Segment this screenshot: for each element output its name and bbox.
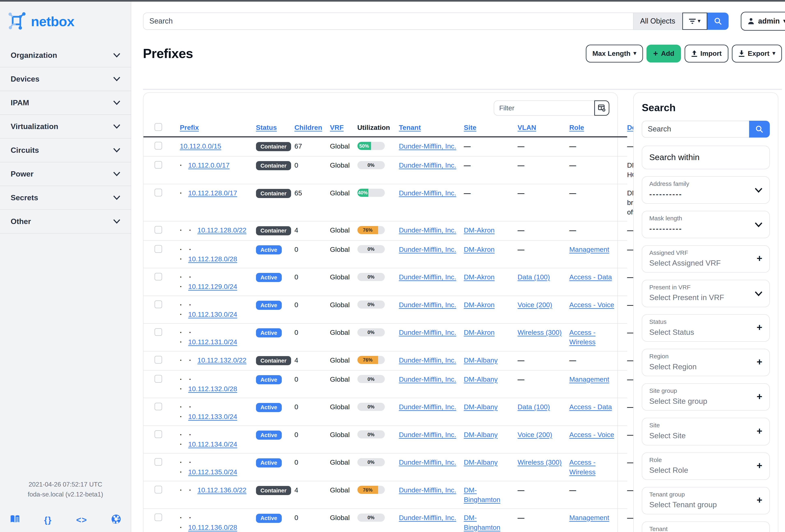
filter-field-status[interactable]: StatusSelect Status+: [642, 314, 770, 342]
rest-api-braces-icon[interactable]: {}: [44, 515, 52, 525]
row-checkbox[interactable]: [155, 226, 162, 234]
row-checkbox[interactable]: [155, 142, 162, 150]
vlan-link[interactable]: Wireless (300): [518, 458, 562, 466]
site-link[interactable]: DM-Albany: [464, 431, 498, 438]
row-checkbox[interactable]: [155, 458, 162, 466]
site-link[interactable]: DM-Akron: [464, 301, 495, 309]
tenant-link[interactable]: Dunder-Mifflin, Inc.: [399, 329, 456, 336]
column-sort-link[interactable]: Site: [464, 124, 477, 131]
row-checkbox[interactable]: [155, 430, 162, 438]
role-link[interactable]: Access - Wireless: [569, 329, 596, 346]
row-checkbox[interactable]: [155, 245, 162, 253]
help-lifebuoy-icon[interactable]: [111, 514, 121, 526]
row-checkbox[interactable]: [155, 356, 162, 363]
add-button[interactable]: +Add: [647, 45, 681, 62]
site-link[interactable]: DM-Akron: [464, 226, 495, 234]
filter-field-tenant[interactable]: TenantSelect Tenant+: [642, 522, 770, 532]
tenant-link[interactable]: Dunder-Mifflin, Inc.: [399, 486, 456, 494]
tenant-link[interactable]: Dunder-Mifflin, Inc.: [399, 514, 456, 522]
site-link[interactable]: DM-Binghamton: [464, 486, 500, 503]
row-checkbox[interactable]: [155, 375, 162, 383]
row-checkbox[interactable]: [155, 486, 162, 493]
tenant-link[interactable]: Dunder-Mifflin, Inc.: [399, 356, 456, 364]
filter-field-region[interactable]: RegionSelect Region+: [642, 349, 770, 376]
tenant-link[interactable]: Dunder-Mifflin, Inc.: [399, 189, 456, 197]
site-link[interactable]: DM-Albany: [464, 356, 498, 364]
site-link[interactable]: DM-Akron: [464, 329, 495, 336]
tenant-link[interactable]: Dunder-Mifflin, Inc.: [399, 375, 456, 383]
docs-book-icon[interactable]: [10, 515, 20, 525]
row-checkbox[interactable]: [155, 513, 162, 521]
source-code-icon[interactable]: <>: [76, 515, 87, 525]
column-sort-link[interactable]: VRF: [330, 124, 344, 131]
column-sort-link[interactable]: VLAN: [518, 124, 536, 131]
filter-field-site-group[interactable]: Site groupSelect Site group+: [642, 383, 770, 411]
row-checkbox[interactable]: [155, 189, 162, 196]
filter-field-tenant-group[interactable]: Tenant groupSelect Tenant group+: [642, 487, 770, 514]
sidebar-item-power[interactable]: Power: [0, 162, 131, 186]
prefix-link[interactable]: 10.112.128.0/22: [197, 226, 246, 234]
tenant-link[interactable]: Dunder-Mifflin, Inc.: [399, 226, 456, 234]
row-checkbox[interactable]: [155, 328, 162, 336]
tenant-link[interactable]: Dunder-Mifflin, Inc.: [399, 273, 456, 281]
vlan-link[interactable]: Voice (200): [518, 431, 552, 438]
vlan-link[interactable]: Data (100): [518, 403, 550, 411]
prefix-link[interactable]: 10.112.133.0/24: [188, 413, 237, 421]
role-link[interactable]: Access - Voice: [569, 431, 614, 438]
prefix-link[interactable]: 10.112.132.0/22: [197, 356, 246, 364]
sidebar-item-circuits[interactable]: Circuits: [0, 138, 131, 162]
prefix-link[interactable]: 10.112.129.0/24: [188, 283, 237, 290]
vlan-link[interactable]: Voice (200): [518, 301, 552, 309]
sidebar-item-ipam[interactable]: IPAM: [0, 91, 131, 115]
row-checkbox[interactable]: [155, 403, 162, 410]
filter-field-present-in-vrf[interactable]: Present in VRFSelect Present in VRF: [642, 280, 770, 307]
tenant-link[interactable]: Dunder-Mifflin, Inc.: [399, 161, 456, 169]
prefix-link[interactable]: 10.112.132.0/28: [188, 385, 237, 392]
site-link[interactable]: DM-Albany: [464, 375, 498, 383]
row-checkbox[interactable]: [155, 161, 162, 169]
max-length-button[interactable]: Max Length▾: [586, 45, 643, 62]
sidebar-item-other[interactable]: Other: [0, 209, 131, 233]
tenant-link[interactable]: Dunder-Mifflin, Inc.: [399, 142, 456, 150]
role-link[interactable]: Management: [569, 514, 609, 522]
row-checkbox[interactable]: [155, 273, 162, 281]
column-sort-link[interactable]: Status: [256, 124, 277, 131]
table-configure-button[interactable]: [594, 100, 609, 116]
prefix-link[interactable]: 10.112.136.0/22: [197, 486, 246, 494]
prefix-link[interactable]: 10.112.134.0/24: [188, 440, 237, 448]
site-link[interactable]: DM-Binghamton: [464, 514, 500, 531]
role-link[interactable]: Access - Wireless: [569, 458, 596, 476]
vlan-link[interactable]: Wireless (300): [518, 329, 562, 336]
role-link[interactable]: Management: [569, 375, 609, 383]
prefix-link[interactable]: 10.112.131.0/24: [188, 338, 237, 346]
user-menu-button[interactable]: admin ▾: [741, 12, 785, 31]
column-sort-link[interactable]: Tenant: [399, 124, 421, 131]
search-filter-dropdown-button[interactable]: ▾: [682, 12, 708, 30]
filter-field-assigned-vrf[interactable]: Assigned VRFSelect Assigned VRF+: [642, 245, 770, 273]
vlan-link[interactable]: Data (100): [518, 273, 550, 281]
select-all-checkbox[interactable]: [155, 123, 162, 131]
tenant-link[interactable]: Dunder-Mifflin, Inc.: [399, 301, 456, 309]
prefix-link[interactable]: 10.112.136.0/28: [188, 524, 237, 531]
global-search-button[interactable]: [707, 12, 729, 30]
global-search-input[interactable]: [143, 12, 633, 30]
tenant-link[interactable]: Dunder-Mifflin, Inc.: [399, 403, 456, 411]
filter-field-address-family[interactable]: Address family----------: [642, 176, 770, 204]
table-filter-input[interactable]: [494, 100, 594, 116]
prefix-link[interactable]: 10.112.128.0/28: [188, 255, 237, 263]
column-sort-link[interactable]: Role: [569, 124, 584, 131]
column-sort-link[interactable]: Prefix: [180, 124, 199, 131]
prefix-link[interactable]: 10.112.128.0/17: [188, 189, 237, 197]
filter-field-role[interactable]: RoleSelect Role+: [642, 453, 770, 480]
prefix-link[interactable]: 10.112.0.0/17: [188, 161, 230, 169]
filter-field-mask-length[interactable]: Mask length----------: [642, 211, 770, 238]
tenant-link[interactable]: Dunder-Mifflin, Inc.: [399, 458, 456, 466]
role-link[interactable]: Access - Data: [569, 273, 612, 281]
sidebar-item-secrets[interactable]: Secrets: [0, 186, 131, 209]
netbox-logo[interactable]: netbox: [0, 0, 131, 30]
prefix-link[interactable]: 10.112.130.0/24: [188, 310, 237, 318]
import-button[interactable]: Import: [685, 45, 728, 62]
role-link[interactable]: Access - Data: [569, 403, 612, 411]
row-checkbox[interactable]: [155, 301, 162, 308]
search-within-field[interactable]: Search within: [642, 146, 770, 169]
